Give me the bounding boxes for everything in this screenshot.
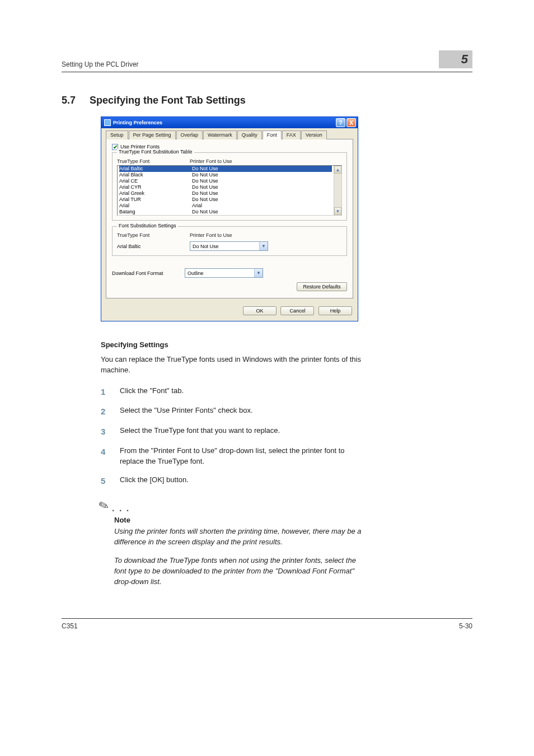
- tab-version[interactable]: Version: [301, 130, 327, 139]
- footer-left: C351: [62, 622, 78, 630]
- list-item: ArialArial: [118, 203, 334, 209]
- download-font-format-value: Outline: [185, 269, 254, 277]
- selected-truetype-value: Arial Baltic: [117, 244, 190, 249]
- pencil-icon: ✎: [96, 498, 110, 515]
- tab-setup[interactable]: Setup: [106, 130, 128, 139]
- chapter-number-box: 5: [439, 50, 472, 68]
- chapter-number: 5: [461, 52, 468, 67]
- header-left-text: Setting Up the PCL Driver: [62, 60, 139, 68]
- titlebar-help-button[interactable]: ?: [336, 118, 345, 127]
- list-item: Arial BlackDo Not Use: [118, 172, 334, 178]
- section-title: 5.7 Specifying the Font Tab Settings: [62, 95, 472, 106]
- list-scrollbar[interactable]: ▲ ▼: [334, 166, 341, 215]
- note-label: Note: [114, 516, 369, 524]
- chevron-down-icon[interactable]: ▼: [254, 269, 263, 277]
- font-tab-pane: ✔ Use Printer Fonts TrueType Font Substi…: [106, 139, 353, 298]
- col-header-truetype: TrueType Font: [117, 158, 190, 164]
- tab-watermark[interactable]: Watermark: [203, 130, 237, 139]
- substitution-settings-legend: Font Substitution Settings: [117, 223, 178, 228]
- col-header-printer-font: Printer Font to Use: [190, 158, 342, 164]
- download-font-format-label: Download Font Format: [112, 270, 185, 276]
- step-item: Click the "Font" tab.: [101, 386, 369, 398]
- page-header: Setting Up the PCL Driver 5: [62, 50, 472, 72]
- footer-right: 5-30: [459, 622, 472, 630]
- list-item: Arial TURDo Not Use: [118, 197, 334, 203]
- ok-button[interactable]: OK: [243, 306, 277, 315]
- scroll-up-button[interactable]: ▲: [334, 166, 341, 174]
- chevron-down-icon[interactable]: ▼: [259, 242, 268, 250]
- titlebar-close-button[interactable]: X: [346, 118, 356, 127]
- steps-list: Click the "Font" tab. Select the "Use Pr…: [101, 386, 369, 487]
- step-item: Click the [OK] button.: [101, 475, 369, 487]
- substitution-settings-fieldset: Font Substitution Settings TrueType Font…: [112, 226, 347, 256]
- step-item: From the "Printer Font to Use" drop-down…: [101, 446, 369, 467]
- list-item: Arial GreekDo Not Use: [118, 190, 334, 197]
- list-item: Arial BalticDo Not Use: [118, 166, 334, 172]
- subheading-specifying-settings: Specifying Settings: [101, 340, 369, 349]
- list-item: BatangDo Not Use: [118, 209, 334, 215]
- substitution-table-fieldset: TrueType Font Substitution Table TrueTyp…: [112, 152, 347, 221]
- step-item: Select the TrueType font that you want t…: [101, 426, 369, 438]
- help-button[interactable]: Help: [318, 306, 352, 315]
- note-paragraph-2: To download the TrueType fonts when not …: [114, 556, 369, 587]
- step-item: Select the "Use Printer Fonts" check box…: [101, 405, 369, 418]
- note-paragraph-1: Using the printer fonts will shorten the…: [114, 526, 369, 548]
- settings-label-truetype: TrueType Font: [117, 232, 190, 238]
- cancel-button[interactable]: Cancel: [280, 306, 314, 315]
- printer-icon: [104, 119, 111, 126]
- list-item: Arial CYRDo Not Use: [118, 184, 334, 190]
- scroll-down-button[interactable]: ▼: [334, 207, 341, 215]
- printing-preferences-dialog: Printing Preferences ? X Setup Per Page …: [101, 116, 358, 321]
- section-heading: Specifying the Font Tab Settings: [90, 95, 246, 106]
- download-font-format-dropdown[interactable]: Outline ▼: [185, 268, 263, 278]
- dialog-tabs: Setup Per Page Setting Overlap Watermark…: [106, 130, 353, 139]
- settings-label-printer-font: Printer Font to Use: [190, 232, 342, 238]
- dialog-titlebar[interactable]: Printing Preferences ? X: [101, 117, 358, 128]
- tab-overlap[interactable]: Overlap: [176, 130, 203, 139]
- tab-quality[interactable]: Quality: [237, 130, 262, 139]
- note-icon: ✎ . . .: [99, 499, 369, 514]
- dialog-footer: OK Cancel Help: [101, 303, 358, 321]
- printer-font-dropdown-value: Do Not Use: [190, 242, 259, 250]
- dialog-title: Printing Preferences: [113, 120, 162, 125]
- page-footer: C351 5-30: [62, 618, 472, 630]
- printer-font-dropdown[interactable]: Do Not Use ▼: [190, 241, 268, 251]
- tab-font[interactable]: Font: [263, 130, 282, 139]
- font-list[interactable]: Arial BalticDo Not Use Arial BlackDo Not…: [117, 165, 342, 216]
- restore-defaults-button[interactable]: Restore Defaults: [297, 282, 347, 291]
- ellipsis-icon: . . .: [112, 503, 130, 514]
- list-item: Arial CEDo Not Use: [118, 178, 334, 184]
- intro-paragraph: You can replace the TrueType fonts used …: [101, 354, 369, 376]
- substitution-table-legend: TrueType Font Substitution Table: [117, 149, 194, 155]
- section-number: 5.7: [62, 95, 76, 106]
- tab-fax[interactable]: FAX: [282, 130, 301, 139]
- tab-per-page-setting[interactable]: Per Page Setting: [129, 130, 176, 139]
